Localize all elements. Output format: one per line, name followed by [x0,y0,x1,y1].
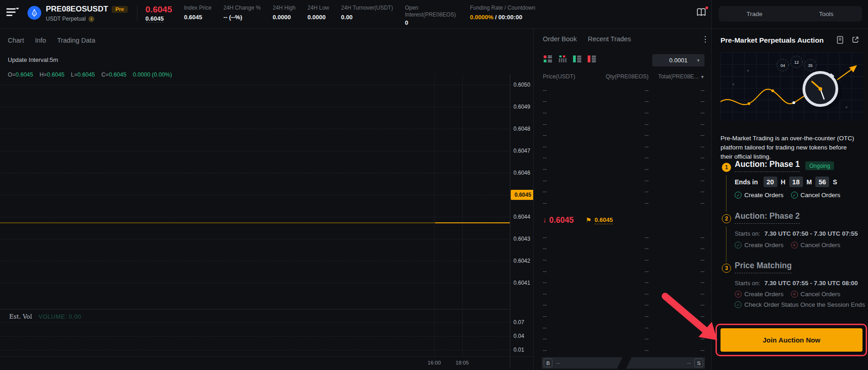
orderbook-mode-default-icon[interactable] [544,55,552,62]
chart-tab[interactable]: Info [35,37,46,49]
ask-row[interactable]: ------ [543,152,704,164]
permission-icon [791,242,798,249]
orderbook-mode-switcher [544,55,596,62]
chart-panel: ChartInfoTrading Data Update Interval:5m… [0,29,533,370]
phase-2-permissions: Create OrdersCancel Orders [735,242,841,249]
auction-panel: TradeTools Pre-Market Perpetuals Auction… [711,0,868,370]
ask-row[interactable]: ------ [543,96,704,107]
bid-row[interactable]: ------ [543,243,704,254]
price-axis-label: 0.6043 [513,228,533,250]
phase-2-number: 2 [722,214,731,223]
current-price-badge: 0.6045 [511,190,535,200]
bid-row[interactable]: ------ [543,232,704,243]
ask-row[interactable]: ------ [543,118,704,130]
bid-row[interactable]: ------ [543,276,704,288]
price-axis-label: 0.6049 [513,96,533,118]
ohlc-readout: O=0.6045 H=0.6045 L=0.6045 C=0.6045 0.00… [8,72,172,78]
orderbook-tabs: Order BookRecent Trades [543,35,705,48]
ticker-header: PRE08EOSUSDT Pre USDT Perpetual i 0.6045… [0,0,711,28]
dial-label: 12 [794,60,799,65]
price-axis-label: 0.6044 [513,206,533,228]
chart-tabs: ChartInfoTrading Data [8,37,95,49]
orderbook-tab[interactable]: Order Book [543,35,577,48]
v-gridline [434,75,435,356]
stat-24h-low: 24H Low 0.0000 [307,5,329,21]
more-options-icon[interactable]: ⋮ [701,34,709,44]
orderbook-mode-depth-icon[interactable] [558,55,567,62]
bid-row[interactable]: ------ [543,310,704,322]
h-gridline [0,85,510,85]
volume-axis-label: 0.04 [513,332,524,340]
col-price: Price(USDT) [543,73,593,80]
external-link-icon[interactable] [852,36,859,44]
orderbook-tab[interactable]: Recent Trades [588,35,631,48]
pre-badge: Pre [112,6,128,13]
phase-1-title[interactable]: Auction: Phase 1 [735,160,800,172]
ask-row[interactable]: ------ [543,175,704,186]
price-axis-label: 0.6048 [513,118,533,140]
h-gridline [0,129,510,129]
mark-price[interactable]: 0.6045 [146,15,164,22]
orderbook-mode-buy-icon[interactable] [573,55,581,62]
price-axis[interactable]: 0.60500.60490.60480.60470.60460.60440.60… [513,74,533,294]
price-line-current [435,222,510,223]
phase-3-status-note: Check Order Status Once the Session Ends [735,301,865,308]
join-auction-button[interactable]: Join Auction Now [721,328,863,352]
chart-tab[interactable]: Chart [8,37,24,49]
price-down-arrow-icon: ↓ [543,216,546,224]
ask-row[interactable]: ------ [543,197,704,209]
stat-index-price: Index Price 0.6045 [184,5,212,21]
h-gridline [0,283,510,283]
stat-24h-high: 24H High 0.0000 [273,5,295,21]
ask-row[interactable]: ------ [543,84,704,96]
title-icons [836,36,859,44]
volume-pane-title: Est. Vol [9,313,32,320]
permission-icon [735,242,742,249]
ask-row[interactable]: ------ [543,107,704,118]
chart-tab[interactable]: Trading Data [57,37,95,49]
phase-1-number: 1 [722,163,731,172]
bids-list: ------ ------ ------ ------ ------ [543,232,704,356]
bid-row[interactable]: ------ [543,299,704,311]
orderbook-panel: Order BookRecent Trades ⋮ 0.0001 ▼ Price… [533,29,711,370]
phase-3-title[interactable]: Price Matching [735,261,792,273]
panel-tab[interactable]: Trade [719,6,791,22]
bid-row[interactable]: ------ [543,344,704,356]
menu-icon[interactable] [6,8,17,18]
info-icon[interactable]: i [88,16,94,22]
phase-2-title[interactable]: Auction: Phase 2 [735,211,800,224]
auction-banner: 04 12 35 [721,52,863,121]
bid-row[interactable]: ------ [543,265,704,277]
bid-row[interactable]: ------ [543,288,704,299]
permission-icon [791,291,798,298]
permission-icon [791,192,798,199]
phase-connector [726,175,726,212]
notification-dot [705,6,708,9]
last-price: 0.6045 [146,5,172,14]
orderbook-mode-sell-icon[interactable] [588,55,596,62]
token-logo-icon [27,6,41,20]
permission-item: Cancel Orders [791,291,841,298]
update-interval: Update Interval:5m [8,56,58,63]
price-axis-label: 0.6041 [513,272,533,294]
divider [137,6,137,22]
ask-row[interactable]: ------ [543,141,704,152]
mark-price-link[interactable]: 0.6045 [595,216,613,224]
orderbook-guide-icon[interactable] [696,7,708,19]
panel-tab[interactable]: Tools [791,6,863,22]
bid-row[interactable]: ------ [543,333,704,344]
tick-size-select[interactable]: 0.0001 ▼ [652,54,704,66]
stat-open-interest: Open Interest(PRE08EOS) 0 [405,5,456,26]
permission-item: Create Orders [735,242,784,249]
bid-row[interactable]: ------ [543,322,704,333]
document-icon[interactable] [836,36,844,44]
symbol-name[interactable]: PRE08EOSUSDT [46,5,108,14]
h-gridline [0,217,510,217]
bid-row[interactable]: ------ [543,254,704,265]
col-total[interactable]: Total(PRE08E... ▼ [649,73,704,80]
h-gridline [0,151,510,151]
ask-row[interactable]: ------ [543,129,704,141]
ask-row[interactable]: ------ [543,186,704,197]
orderbook-last-price[interactable]: 0.6045 [549,215,574,225]
ask-row[interactable]: ------ [543,163,704,175]
